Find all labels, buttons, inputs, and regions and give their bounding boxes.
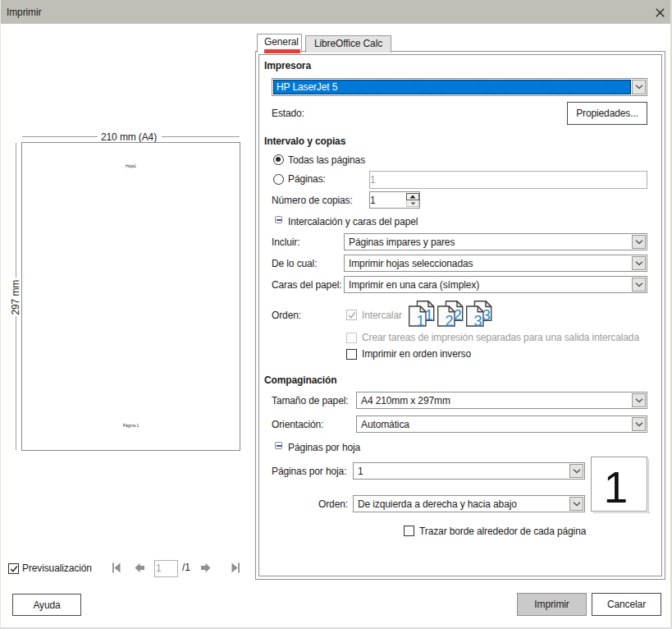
- svg-text:2: 2: [445, 313, 453, 327]
- svg-text:3: 3: [482, 307, 491, 324]
- svg-text:3: 3: [473, 313, 482, 327]
- svg-text:2: 2: [454, 307, 462, 324]
- svg-text:1: 1: [416, 313, 424, 327]
- svg-text:1: 1: [425, 307, 433, 324]
